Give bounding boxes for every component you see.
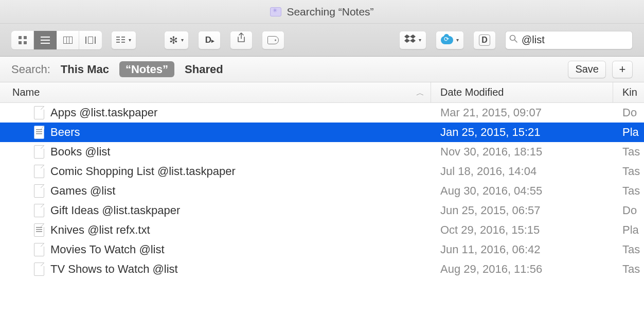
column-header-name-label: Name <box>12 86 40 98</box>
table-row[interactable]: Knives @list refx.txtOct 29, 2016, 15:15… <box>0 220 644 240</box>
window-title: Searching “Notes” <box>287 6 373 18</box>
dropbox-icon <box>404 33 416 46</box>
file-date: Jul 18, 2016, 14:04 <box>431 165 613 178</box>
cloud-sync-icon <box>441 36 453 44</box>
file-name: Movies To Watch @list <box>50 243 165 256</box>
column-header-date-label: Date Modified <box>440 86 504 98</box>
file-date: Jun 25, 2015, 06:57 <box>431 204 613 217</box>
gear-icon: ✻ <box>169 35 178 45</box>
action-button[interactable]: ✻ ▾ <box>164 31 189 49</box>
table-row[interactable]: Games @listAug 30, 2016, 04:55Tas <box>0 181 644 201</box>
titlebar: Searching “Notes” <box>0 0 644 24</box>
scope-option[interactable]: “Notes” <box>119 61 174 77</box>
file-kind: Do <box>613 204 644 217</box>
table-row[interactable]: Books @listNov 30, 2016, 18:15Tas <box>0 142 644 162</box>
file-name: Gift Ideas @list.taskpaper <box>50 204 180 217</box>
file-name: TV Shows to Watch @list <box>50 263 178 276</box>
table-row[interactable]: BeersJan 25, 2015, 15:21Pla <box>0 123 644 142</box>
file-name: Apps @list.taskpaper <box>50 106 157 119</box>
file-date: Mar 21, 2015, 09:07 <box>431 106 613 119</box>
chevron-down-icon: ▾ <box>419 37 421 43</box>
document-file-icon <box>34 204 44 217</box>
chevron-down-icon: ▾ <box>181 37 184 43</box>
tags-button[interactable] <box>262 31 284 49</box>
arrange-icon <box>116 37 126 44</box>
scope-label: Search: <box>11 63 50 76</box>
file-date: Aug 29, 2016, 11:56 <box>431 263 613 276</box>
view-columns-button[interactable] <box>57 31 79 49</box>
column-header-kind[interactable]: Kin <box>613 82 644 102</box>
chevron-down-icon: ▾ <box>456 37 459 43</box>
file-kind: Tas <box>613 165 644 178</box>
file-kind: Do <box>613 106 644 119</box>
document-file-icon <box>34 243 44 256</box>
file-date: Nov 30, 2016, 18:15 <box>431 145 613 159</box>
table-row[interactable]: Apps @list.taskpaperMar 21, 2015, 09:07D… <box>0 103 644 123</box>
d-app-icon: D <box>479 34 490 46</box>
document-file-icon <box>34 165 44 178</box>
arrange-button[interactable]: ▾ <box>111 31 136 49</box>
d-button[interactable]: D▸ <box>198 31 221 49</box>
file-date: Aug 30, 2016, 04:55 <box>431 184 613 198</box>
file-kind: Tas <box>613 184 644 198</box>
file-list: Apps @list.taskpaperMar 21, 2015, 09:07D… <box>0 103 644 279</box>
text-file-icon <box>34 223 44 237</box>
column-headers: Name 〈 Date Modified Kin <box>0 82 644 103</box>
search-field[interactable]: ✕ <box>505 31 633 49</box>
file-name: Games @list <box>50 184 115 198</box>
document-file-icon <box>34 106 44 119</box>
toolbar: ▾ ✻ ▾ D▸ ▾ ▾ D ✕ <box>0 24 644 57</box>
file-kind: Tas <box>613 145 644 159</box>
view-coverflow-button[interactable] <box>79 31 102 49</box>
smart-folder-icon <box>270 7 281 16</box>
document-file-icon <box>34 184 44 198</box>
search-input[interactable] <box>522 34 644 46</box>
share-button[interactable] <box>230 31 253 49</box>
view-list-button[interactable] <box>34 31 57 49</box>
sort-ascending-icon: 〈 <box>415 89 424 96</box>
dropbox-button[interactable]: ▾ <box>399 31 426 49</box>
column-header-name[interactable]: Name 〈 <box>0 82 431 102</box>
grid-icon <box>19 36 27 44</box>
file-name: Books @list <box>50 145 110 159</box>
cloud-sync-button[interactable]: ▾ <box>436 31 464 49</box>
coverflow-icon <box>85 37 96 44</box>
save-search-button[interactable]: Save <box>568 61 606 78</box>
scope-bar: Search: This Mac“Notes”Shared Save + <box>0 57 644 82</box>
file-date: Oct 29, 2016, 15:15 <box>431 223 613 237</box>
d-app-button[interactable]: D <box>473 31 496 49</box>
document-file-icon <box>34 145 44 159</box>
file-kind: Tas <box>613 263 644 276</box>
file-kind: Pla <box>613 223 644 237</box>
file-kind: Pla <box>613 126 644 139</box>
list-icon <box>41 37 50 44</box>
share-icon <box>237 32 246 45</box>
file-date: Jan 25, 2015, 15:21 <box>431 126 613 139</box>
columns-icon <box>63 37 73 44</box>
table-row[interactable]: Comic Shopping List @list.taskpaperJul 1… <box>0 162 644 181</box>
view-icons-button[interactable] <box>11 31 34 49</box>
table-row[interactable]: TV Shows to Watch @listAug 29, 2016, 11:… <box>0 259 644 279</box>
column-header-kind-label: Kin <box>622 86 637 98</box>
svg-line-1 <box>515 40 517 43</box>
text-file-icon <box>34 126 44 139</box>
scope-option[interactable]: This Mac <box>61 63 109 76</box>
file-name: Comic Shopping List @list.taskpaper <box>50 165 236 178</box>
file-kind: Tas <box>613 243 644 256</box>
column-header-date[interactable]: Date Modified <box>431 82 613 102</box>
table-row[interactable]: Gift Ideas @list.taskpaperJun 25, 2015, … <box>0 201 644 220</box>
chevron-down-icon: ▾ <box>129 37 131 43</box>
table-row[interactable]: Movies To Watch @listJun 11, 2016, 06:42… <box>0 240 644 259</box>
scope-option[interactable]: Shared <box>185 63 223 76</box>
view-mode-group <box>11 31 102 49</box>
document-file-icon <box>34 263 44 276</box>
file-name: Beers <box>50 126 80 139</box>
add-criteria-button[interactable]: + <box>612 61 633 78</box>
file-date: Jun 11, 2016, 06:42 <box>431 243 613 256</box>
file-name: Knives @list refx.txt <box>50 223 150 237</box>
search-icon <box>509 34 517 45</box>
d-arrow-icon: D▸ <box>205 35 213 45</box>
tag-icon <box>267 36 279 44</box>
